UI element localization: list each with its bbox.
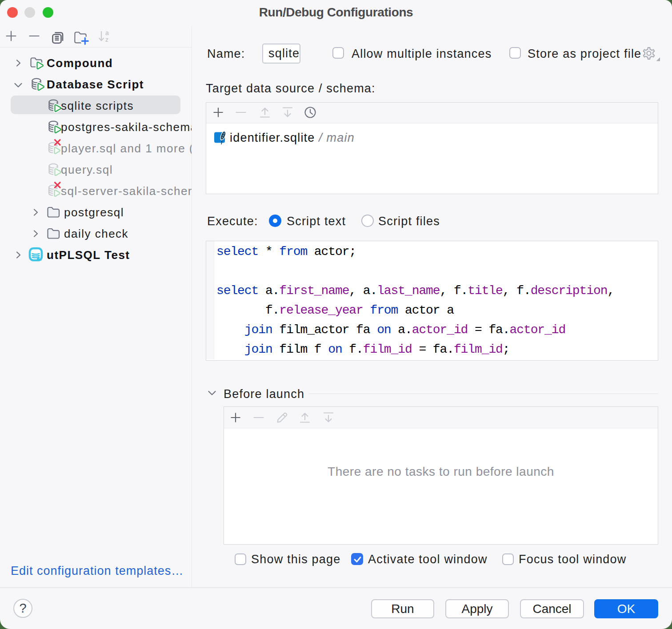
svg-text:z: z — [105, 36, 108, 43]
svg-text:a: a — [105, 30, 109, 36]
